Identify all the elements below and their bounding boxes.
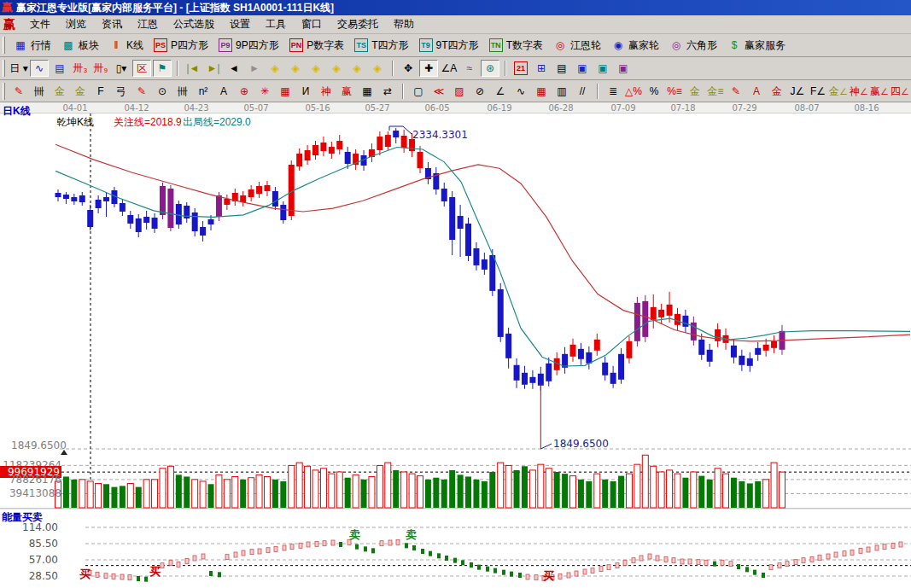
gold-grid2-icon[interactable]: 金 <box>71 83 90 100</box>
menu-item-文件[interactable]: 文件 <box>22 16 58 32</box>
gold-underline-icon[interactable]: 金 <box>768 83 786 100</box>
f-angle-icon[interactable]: F∠ <box>809 83 827 100</box>
toolbar-grip <box>3 60 5 78</box>
calendar-icon[interactable]: 21 <box>511 60 530 77</box>
menu-item-江恩[interactable]: 江恩 <box>130 16 166 32</box>
winner-service-icon-button[interactable]: $赢家服务 <box>722 36 791 55</box>
menu-item-帮助[interactable]: 帮助 <box>386 16 422 32</box>
shen-angle-icon[interactable]: 神∠ <box>850 83 868 100</box>
gold-grid-icon[interactable]: 金 <box>50 83 69 100</box>
bars3-icon[interactable]: 卅₃ <box>71 60 90 77</box>
gann-wheel-icon-button[interactable]: ◎江恩轮 <box>548 36 606 55</box>
trend-angle-icon[interactable]: ∠A <box>440 60 458 77</box>
hand-tool-icon[interactable]: ✥ <box>399 60 418 77</box>
info-list-icon[interactable]: ▤ <box>50 60 69 77</box>
dense-grid-icon[interactable]: ▦ <box>358 83 377 100</box>
diamond-compress-icon[interactable]: ◈ <box>347 60 366 77</box>
j-angle-icon[interactable]: J∠ <box>788 83 807 100</box>
crosshair-icon[interactable]: ✚ <box>419 60 438 77</box>
winner-wheel-icon-button[interactable]: ◉赢家轮 <box>606 36 664 55</box>
9p-square-icon-button[interactable]: P99P四方形 <box>213 36 284 55</box>
chart-area[interactable] <box>0 114 911 588</box>
chan-analysis-icon[interactable]: ⊛ <box>481 60 499 77</box>
menu-item-设置[interactable]: 设置 <box>222 16 258 32</box>
save-net-icon[interactable]: ▣ <box>593 60 612 77</box>
shen-grid-icon[interactable]: 神 <box>317 83 336 100</box>
sector-blocks-icon-button[interactable]: ▩板块 <box>56 36 104 55</box>
brush2-icon[interactable]: ✎ <box>132 83 151 100</box>
period-day-dropdown[interactable]: 日 ▾ <box>9 60 28 77</box>
diamond-cross-icon[interactable]: ◈ <box>368 60 387 77</box>
ladder-chart-icon[interactable]: ≣ <box>604 83 622 100</box>
diamond-right-icon[interactable]: ◈ <box>286 60 305 77</box>
save-icon[interactable]: ▣ <box>573 60 592 77</box>
menu-item-公式选股[interactable]: 公式选股 <box>166 16 222 32</box>
menu-item-浏览[interactable]: 浏览 <box>58 16 94 32</box>
square-star-icon[interactable]: ▦ <box>276 83 295 100</box>
percent-lines-icon[interactable]: %≡ <box>665 83 684 100</box>
diamond-expand-icon[interactable]: ◈ <box>327 60 346 77</box>
first-bar-icon[interactable]: |◄ <box>184 60 202 77</box>
brush-icon[interactable]: ✎ <box>9 83 28 100</box>
candle-brush-icon[interactable]: ✎ <box>727 83 745 100</box>
grid-dark-icon[interactable]: ▥ <box>552 83 571 100</box>
signal-flag-icon[interactable]: ⚑ <box>153 60 172 77</box>
menu-item-交易委托[interactable]: 交易委托 <box>330 16 386 32</box>
menu-item-工具[interactable]: 工具 <box>258 16 294 32</box>
t-number-icon-button[interactable]: TNT数字表 <box>484 36 548 55</box>
zigzag-icon[interactable]: ∿ <box>511 83 530 100</box>
gold-circle-icon[interactable]: 金 <box>686 83 704 100</box>
win-grid-icon[interactable]: 赢 <box>337 83 356 100</box>
t-square-icon-button[interactable]: TST四方形 <box>349 36 413 55</box>
buy-signal-label: 买 <box>543 568 554 584</box>
hexagon-icon-button[interactable]: ◎六角形 <box>664 36 722 55</box>
time-circle-icon[interactable]: ⊙ <box>153 83 172 100</box>
calculator-icon[interactable]: ⊞ <box>532 60 551 77</box>
next-bar-icon[interactable]: ► <box>245 60 264 77</box>
grid-icon[interactable]: 卌 <box>173 83 192 100</box>
9t-square-icon-button[interactable]: T99T四方形 <box>414 36 484 55</box>
hatch-circle-icon[interactable]: ⊘ <box>470 83 489 100</box>
star-grid-icon[interactable]: ✳ <box>255 83 274 100</box>
p-number-icon-button[interactable]: PNP数字表 <box>284 36 350 55</box>
arc-grid-icon[interactable]: 弓 <box>112 83 131 100</box>
last-bar-icon[interactable]: ►| <box>204 60 223 77</box>
wave-tool-icon[interactable]: ≈ <box>460 60 479 77</box>
gann-grid-icon[interactable]: 卌 <box>30 83 49 100</box>
four-angle-icon[interactable]: 四∠ <box>891 83 909 100</box>
menu-item-资讯[interactable]: 资讯 <box>94 16 130 32</box>
percent-icon[interactable]: % <box>645 83 663 100</box>
prev-bar-icon[interactable]: ◄ <box>225 60 243 77</box>
angle-a-icon[interactable]: A <box>214 83 233 100</box>
chan-wave-icon[interactable]: ∿ <box>30 60 49 77</box>
diamond-left-icon[interactable]: ◈ <box>266 60 284 77</box>
save-pc-icon[interactable]: ▣ <box>614 60 633 77</box>
kline-icon-button[interactable]: ‖K线 <box>104 36 149 55</box>
a-hatch-icon[interactable]: A <box>747 83 766 100</box>
grid-red-icon[interactable]: ▦ <box>532 83 551 100</box>
percent-triangle-icon[interactable]: △% <box>624 83 643 100</box>
bars9-icon[interactable]: 卅₉ <box>91 60 110 77</box>
win-angle-icon[interactable]: 赢∠ <box>870 83 889 100</box>
angle-lines-icon[interactable]: ∠ <box>491 83 510 100</box>
fan-lines-icon[interactable]: ≪ <box>429 83 448 100</box>
signal-flag-icon: ⚑ <box>155 61 169 75</box>
gold-lines-icon[interactable]: 金≡ <box>706 83 725 100</box>
date-axis[interactable]: 04-0104-1204-2305-0705-1605-2706-0506-19… <box>0 102 911 114</box>
n2-grid-icon[interactable]: n² <box>194 83 213 100</box>
gold-angle-icon[interactable]: 金∠ <box>829 83 848 100</box>
notepad-icon[interactable]: ▤ <box>552 60 571 77</box>
p-square-icon-button[interactable]: PSP四方形 <box>149 36 213 55</box>
fib-grid-icon[interactable]: F <box>91 83 110 100</box>
qiankun-k-icon[interactable]: 区 <box>132 60 151 77</box>
slash-lines-icon[interactable]: // <box>573 83 592 100</box>
hatch-box-icon[interactable]: ▨ <box>450 83 469 100</box>
k-mark-icon[interactable]: И <box>296 83 315 100</box>
rect-tool-icon[interactable]: ▢ <box>409 83 428 100</box>
span-arrow-icon[interactable]: ⇄ <box>378 83 397 100</box>
circle-cross-icon[interactable]: ⊕ <box>235 83 254 100</box>
menu-item-窗口[interactable]: 窗口 <box>294 16 330 32</box>
candle-type-dropdown[interactable]: ▯▾ <box>112 60 131 77</box>
diamond-hscroll-icon[interactable]: ◈ <box>307 60 325 77</box>
quote-table-icon-button[interactable]: ▦行情 <box>9 36 56 55</box>
